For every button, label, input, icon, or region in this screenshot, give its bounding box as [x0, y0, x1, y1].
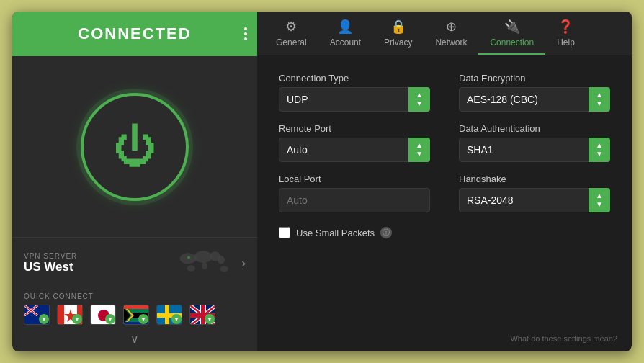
tab-general[interactable]: ⚙ General	[264, 12, 318, 55]
data-auth-wrapper: SHA1 SHA256 MD5 None ▲ ▼	[459, 138, 610, 162]
tab-general-label: General	[276, 37, 307, 48]
world-map-svg	[171, 245, 236, 281]
small-packets-label: Use Small Packets	[296, 228, 375, 238]
remote-port-label: Remote Port	[279, 123, 430, 134]
flag-gb-badge: ▼	[205, 314, 215, 324]
flag-ca[interactable]: ▼	[57, 305, 83, 325]
tab-help-label: Help	[557, 37, 575, 48]
data-encryption-label: Data Encryption	[459, 73, 610, 84]
tab-connection-label: Connection	[490, 37, 534, 48]
left-panel: CONNECTED ⏻ VPN SERVER US West	[12, 12, 257, 351]
data-auth-select[interactable]: SHA1 SHA256 MD5 None	[459, 138, 610, 162]
power-icon: ⏻	[113, 125, 156, 169]
flag-za-badge: ▼	[138, 314, 148, 324]
tab-network[interactable]: ⊕ Network	[424, 12, 478, 55]
gear-icon: ⚙	[285, 19, 297, 35]
tab-bar: ⚙ General 👤 Account 🔒 Privacy ⊕ Network …	[257, 12, 632, 55]
status-header: CONNECTED	[12, 12, 257, 56]
flag-se-badge: ▼	[171, 314, 182, 324]
tab-account[interactable]: 👤 Account	[318, 12, 372, 55]
tab-help[interactable]: ❓ Help	[545, 12, 586, 55]
lock-icon: 🔒	[390, 19, 406, 35]
tab-network-label: Network	[435, 37, 467, 48]
flag-jp[interactable]: ▼	[90, 305, 116, 325]
connection-type-label: Connection Type	[279, 73, 430, 84]
svg-rect-28	[124, 305, 149, 309]
tab-privacy[interactable]: 🔒 Privacy	[372, 12, 424, 55]
svg-point-2	[194, 251, 213, 263]
menu-dots-button[interactable]	[244, 27, 247, 40]
remote-port-select[interactable]: Auto 443 1194	[279, 138, 430, 162]
vpn-server-label: VPN SERVER	[24, 252, 165, 260]
app-container: CONNECTED ⏻ VPN SERVER US West	[12, 12, 632, 351]
svg-point-4	[218, 256, 225, 264]
power-section: ⏻	[12, 56, 257, 237]
power-button[interactable]: ⏻	[81, 93, 189, 201]
svg-rect-17	[58, 305, 64, 325]
handshake-group: Handshake RSA-2048 RSA-4096 ECC ▲ ▼	[459, 174, 610, 212]
connection-icon: 🔌	[504, 19, 520, 35]
server-section: VPN SERVER US West ›	[12, 237, 257, 287]
svg-point-8	[187, 256, 190, 259]
account-icon: 👤	[337, 19, 353, 35]
svg-point-5	[202, 262, 207, 269]
remote-port-group: Remote Port Auto 443 1194 ▲ ▼	[279, 123, 430, 162]
svg-point-7	[220, 266, 228, 272]
tab-privacy-label: Privacy	[384, 37, 412, 48]
quick-connect-label: QUICK CONNECT	[24, 292, 246, 300]
local-port-label: Local Port	[279, 174, 430, 184]
local-port-group: Local Port	[279, 174, 430, 212]
quick-connect-section: QUICK CONNECT ▼ ▼ ▼	[12, 287, 257, 329]
what-settings-link[interactable]: What do these settings mean?	[510, 334, 617, 343]
small-packets-checkbox[interactable]	[279, 227, 290, 238]
flag-au-badge: ▼	[39, 314, 49, 324]
left-col: Connection Type UDP TCP ▲ ▼ Remote Port	[279, 73, 430, 311]
small-packets-row: Use Small Packets ⓘ	[279, 227, 430, 238]
tab-account-label: Account	[330, 37, 361, 48]
flag-jp-badge: ▼	[105, 314, 115, 324]
content-area: Connection Type UDP TCP ▲ ▼ Remote Port	[257, 55, 632, 328]
right-col: Data Encryption AES-128 (CBC) AES-256 (C…	[459, 73, 610, 311]
data-encryption-wrapper: AES-128 (CBC) AES-256 (CBC) None ▲ ▼	[459, 87, 610, 112]
network-icon: ⊕	[446, 19, 457, 35]
data-auth-group: Data Authentication SHA1 SHA256 MD5 None…	[459, 123, 610, 162]
handshake-wrapper: RSA-2048 RSA-4096 ECC ▲ ▼	[459, 188, 610, 212]
flag-se[interactable]: ▼	[156, 305, 182, 325]
world-map	[171, 245, 236, 281]
data-auth-label: Data Authentication	[459, 123, 610, 134]
info-icon[interactable]: ⓘ	[380, 227, 392, 238]
bottom-bar: What do these settings mean?	[257, 328, 632, 351]
svg-point-6	[187, 265, 196, 271]
flag-ca-badge: ▼	[72, 314, 82, 324]
server-name: US West	[24, 260, 165, 274]
flag-au[interactable]: ▼	[24, 305, 50, 325]
connection-type-wrapper: UDP TCP ▲ ▼	[279, 87, 430, 112]
flag-gb[interactable]: ▼	[189, 305, 215, 325]
connection-type-select[interactable]: UDP TCP	[279, 87, 430, 112]
svg-rect-32	[165, 305, 169, 325]
tab-connection[interactable]: 🔌 Connection	[478, 12, 545, 55]
data-encryption-group: Data Encryption AES-128 (CBC) AES-256 (C…	[459, 73, 610, 112]
status-text: CONNECTED	[78, 24, 191, 43]
connection-type-group: Connection Type UDP TCP ▲ ▼	[279, 73, 430, 112]
flag-row: ▼ ▼ ▼ ▼	[24, 305, 246, 325]
server-info: VPN SERVER US West	[24, 252, 165, 274]
remote-port-wrapper: Auto 443 1194 ▲ ▼	[279, 138, 430, 162]
chevron-down-button[interactable]: ∨	[12, 329, 257, 351]
server-chevron-right[interactable]: ›	[241, 256, 246, 271]
help-icon: ❓	[558, 19, 573, 35]
handshake-select[interactable]: RSA-2048 RSA-4096 ECC	[459, 188, 610, 212]
handshake-label: Handshake	[459, 174, 610, 184]
local-port-input[interactable]	[279, 188, 430, 212]
right-panel: ⚙ General 👤 Account 🔒 Privacy ⊕ Network …	[257, 12, 632, 351]
data-encryption-select[interactable]: AES-128 (CBC) AES-256 (CBC) None	[459, 87, 610, 112]
flag-za[interactable]: ▼	[123, 305, 149, 325]
